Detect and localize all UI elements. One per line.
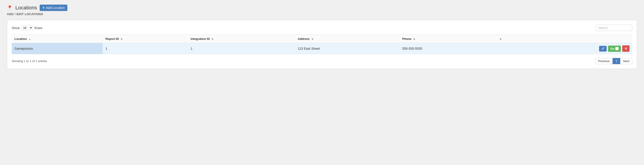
table-controls: Show 10 25 50 100 Rows [12,25,632,31]
column-header-integration-id[interactable]: Integration ID ⇅ [188,35,295,43]
cell-integration-id: 1 [188,43,295,54]
column-header-address[interactable]: Address ⇅ [295,35,400,43]
page-header: 📍 Locations + Add Location [7,4,637,11]
search-input[interactable] [596,25,632,31]
add-location-label: Add Location [46,6,65,10]
table-header-row: Location ▲ Report ID ⇅ Integration ID ⇅ … [12,35,632,43]
table-footer: Showing 1 to 1 of 1 entries Previous 1 N… [12,58,632,64]
table-row: Gameporium 1 1 123 East Street 555-555-5… [12,43,632,54]
previous-button[interactable]: Previous [595,58,612,64]
show-label: Show [12,26,20,30]
cell-address: 123 East Street [295,43,400,54]
column-header-report-id[interactable]: Report ID ⇅ [103,35,188,43]
toggle-on-label: On [610,47,614,50]
toggle-status-button[interactable]: On [608,46,621,52]
sort-icon-address: ⇅ [312,38,313,40]
toggle-slider-icon [615,47,618,50]
page-title: Locations [15,5,37,11]
cell-phone: 555-555-5555 [400,43,496,54]
sort-icon-location: ▲ [29,38,31,40]
page-1-button[interactable]: 1 [612,58,620,64]
showing-entries-text: Showing 1 to 1 of 1 entries [12,59,47,63]
main-card: Show 10 25 50 100 Rows Location ▲ Report… [7,20,637,69]
edit-button[interactable] [599,46,607,52]
next-button[interactable]: Next [620,58,632,64]
cell-location: Gameporium [12,43,103,54]
sort-icon-report-id: ⇅ [120,38,122,40]
page-subtitle: ADD / EDIT LOCATIONS [7,12,637,16]
delete-button[interactable]: ✕ [622,46,630,52]
delete-icon: ✕ [624,47,627,50]
sort-icon-phone: ⇅ [413,38,415,40]
cell-report-id: 1 [103,43,188,54]
sort-icon-integration-id: ⇅ [212,38,213,40]
location-pin-icon: 📍 [7,5,12,10]
add-location-button[interactable]: + Add Location [40,4,68,11]
cell-actions: On ✕ [496,43,632,54]
locations-table: Location ▲ Report ID ⇅ Integration ID ⇅ … [12,34,632,54]
rows-label: Rows [34,26,42,30]
show-rows-control: Show 10 25 50 100 Rows [12,25,42,30]
plus-icon: + [42,6,44,10]
sort-icon-actions: ⇅ [500,38,502,40]
rows-per-page-select[interactable]: 10 25 50 100 [21,25,33,30]
column-header-location[interactable]: Location ▲ [12,35,103,43]
column-header-phone[interactable]: Phone ⇅ [400,35,496,43]
column-header-actions: ⇅ [496,35,632,43]
pagination: Previous 1 Next [595,58,632,64]
